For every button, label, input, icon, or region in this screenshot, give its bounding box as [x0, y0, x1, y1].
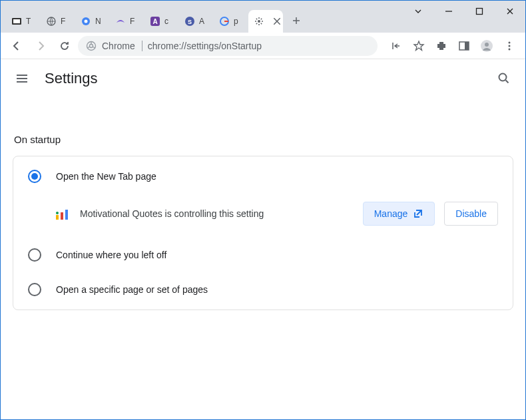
svg-rect-22 — [56, 215, 59, 220]
titlebar: T F N F A c S A — [1, 1, 525, 33]
hamburger-icon[interactable] — [14, 71, 30, 87]
close-icon[interactable] — [272, 17, 282, 26]
back-button[interactable] — [6, 35, 27, 57]
option-continue[interactable]: Continue where you left off — [13, 238, 513, 272]
extension-notice-text: Motivational Quotes is controlling this … — [80, 208, 354, 219]
tab-3[interactable]: F — [110, 10, 144, 33]
sidepanel-icon[interactable] — [453, 35, 475, 57]
svg-point-10 — [258, 20, 260, 23]
settings-header: Settings — [1, 59, 525, 98]
tab-0[interactable]: T — [6, 10, 41, 33]
settings-favicon — [254, 16, 264, 27]
tab-2[interactable]: N — [75, 10, 110, 33]
address-bar[interactable]: Chrome chrome://settings/onStartup — [78, 36, 378, 56]
browser-window: T F N F A c S A — [0, 0, 526, 420]
external-link-icon — [413, 208, 423, 219]
svg-text:A: A — [152, 18, 157, 25]
tab-label-3: F — [130, 17, 134, 26]
manage-button[interactable]: Manage — [363, 202, 435, 226]
svg-rect-23 — [61, 212, 63, 220]
omnibox-prefix: Chrome — [102, 41, 142, 51]
menu-icon[interactable] — [499, 35, 520, 57]
minimize-button[interactable] — [433, 1, 464, 22]
new-tab-button[interactable] — [287, 11, 306, 30]
svg-rect-24 — [65, 210, 68, 220]
radio-specific[interactable] — [28, 283, 41, 296]
profile-icon[interactable] — [476, 35, 497, 57]
google-icon — [219, 16, 230, 27]
option-specific[interactable]: Open a specific page or set of pages — [13, 272, 513, 307]
close-button[interactable] — [495, 1, 525, 22]
disable-button-label: Disable — [455, 208, 487, 219]
tab-4[interactable]: A c — [144, 10, 179, 33]
extension-app-icon — [53, 205, 71, 222]
maximize-button[interactable] — [464, 1, 495, 22]
page-title: Settings — [45, 70, 98, 87]
manage-button-label: Manage — [374, 208, 408, 219]
tab-6[interactable]: p — [214, 10, 248, 33]
option-new-tab-label: Open the New Tab page — [56, 171, 156, 182]
svg-rect-11 — [477, 9, 483, 15]
browser-toolbar: Chrome chrome://settings/onStartup — [1, 33, 525, 59]
svg-point-20 — [509, 48, 511, 50]
radio-new-tab[interactable] — [28, 170, 41, 183]
svg-rect-15 — [465, 42, 469, 50]
svg-point-17 — [485, 43, 489, 47]
svg-point-25 — [56, 212, 59, 214]
tab-1[interactable]: F — [41, 10, 75, 33]
tab-label-6: p — [234, 17, 238, 26]
search-icon[interactable] — [496, 71, 512, 87]
forward-button[interactable] — [30, 35, 51, 57]
svg-point-4 — [85, 20, 88, 23]
svg-point-21 — [499, 74, 507, 81]
radio-continue[interactable] — [28, 248, 41, 262]
tab-label-1: F — [61, 17, 65, 26]
globe-icon — [46, 16, 57, 27]
a-badge-icon: A — [150, 16, 160, 27]
bookmark-icon[interactable] — [408, 35, 429, 57]
reload-button[interactable] — [54, 35, 75, 57]
svg-point-19 — [509, 45, 511, 47]
svg-rect-1 — [13, 19, 20, 23]
option-specific-label: Open a specific page or set of pages — [56, 284, 208, 295]
extensions-icon[interactable] — [431, 35, 452, 57]
tab-favicon-0 — [11, 16, 22, 27]
option-continue-label: Continue where you left off — [56, 250, 166, 260]
startup-card: Open the New Tab page Motivational Quote… — [13, 156, 513, 310]
option-new-tab[interactable]: Open the New Tab page — [13, 159, 513, 194]
tab-label-5: A — [199, 17, 204, 26]
share-icon[interactable] — [386, 35, 407, 57]
svg-point-13 — [90, 44, 93, 47]
tab-strip: T F N F A c S A — [1, 6, 306, 33]
s-badge-icon: S — [184, 16, 195, 27]
chrome-logo-icon — [86, 41, 97, 51]
tab-label-4: c — [164, 17, 168, 26]
tab-label-2: N — [95, 17, 101, 26]
extension-notice-row: Motivational Quotes is controlling this … — [13, 194, 513, 238]
svg-point-18 — [509, 41, 511, 43]
disable-button[interactable]: Disable — [444, 202, 498, 226]
tab-5[interactable]: S A — [179, 10, 214, 33]
omnibox-url: chrome://settings/onStartup — [148, 41, 262, 51]
toolbar-actions — [386, 35, 520, 57]
window-controls — [403, 1, 525, 22]
svg-text:S: S — [188, 19, 192, 25]
chevron-down-icon[interactable] — [403, 1, 433, 22]
chrome-icon — [81, 16, 91, 27]
wing-icon — [115, 16, 126, 27]
tab-7-active[interactable]: S — [248, 10, 283, 33]
settings-content: On startup Open the New Tab page Motivat… — [1, 98, 525, 322]
section-title: On startup — [14, 134, 513, 145]
tab-label-0: T — [26, 17, 31, 26]
